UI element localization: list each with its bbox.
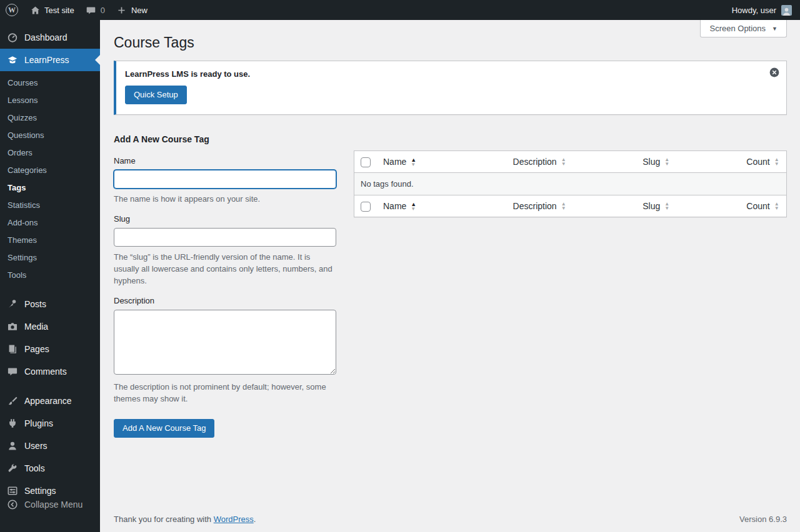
learnpress-submenu: Courses Lessons Quizzes Questions Orders…: [0, 71, 100, 293]
home-icon: [29, 4, 41, 16]
name-input[interactable]: [114, 170, 336, 189]
description-help-text: The description is not prominent by defa…: [114, 381, 336, 405]
name-label: Name: [114, 156, 336, 165]
sort-by-count-link-bottom[interactable]: Count ▲▼: [746, 200, 779, 212]
sidebar-item-dashboard[interactable]: Dashboard: [0, 26, 100, 49]
sort-by-description-link-bottom[interactable]: Description ▲▼: [513, 200, 566, 212]
sidebar-item-courses[interactable]: Courses: [0, 74, 100, 92]
sidebar-item-users[interactable]: Users: [0, 435, 100, 457]
dashboard-icon: [6, 31, 19, 44]
sort-by-slug-link-bottom[interactable]: Slug ▲▼: [642, 200, 669, 212]
sidebar-item-categories[interactable]: Categories: [0, 162, 100, 179]
sidebar-item-label: Media: [24, 322, 48, 332]
sidebar-item-label: Plugins: [24, 418, 53, 428]
sidebar-item-label: Collapse Menu: [24, 500, 82, 510]
sidebar-item-tools[interactable]: Tools: [0, 457, 100, 480]
sidebar-item-appearance[interactable]: Appearance: [0, 390, 100, 412]
sort-indicator-icon: ▲▼: [561, 157, 566, 166]
site-name-link[interactable]: Test site: [24, 0, 80, 20]
column-footer-count: Count: [746, 200, 769, 212]
add-tag-form: Add A New Course Tag Name The name is ho…: [114, 134, 336, 438]
sort-by-description-link[interactable]: Description ▲▼: [513, 155, 566, 168]
tags-table: Name ▲▼ Description ▲▼: [354, 150, 787, 217]
description-textarea[interactable]: [114, 310, 336, 375]
main-content: Screen Options ▼ Course Tags LearnPress …: [100, 20, 800, 532]
wordpress-link[interactable]: WordPress: [214, 515, 254, 524]
sidebar-item-plugins[interactable]: Plugins: [0, 412, 100, 435]
sidebar-item-label: Dashboard: [24, 32, 68, 42]
slug-input[interactable]: [114, 228, 336, 247]
sidebar-item-lp-tools[interactable]: Tools: [0, 267, 100, 284]
tags-list: Name ▲▼ Description ▲▼: [354, 150, 787, 217]
sidebar-item-tags[interactable]: Tags: [0, 179, 100, 197]
circle-arrow-left-icon: [6, 498, 19, 511]
sidebar-item-lessons[interactable]: Lessons: [0, 92, 100, 109]
sidebar-item-pages[interactable]: Pages: [0, 338, 100, 360]
pages-icon: [6, 343, 19, 355]
notice-message: LearnPress LMS is ready to use.: [125, 69, 759, 79]
sidebar-item-comments[interactable]: Comments: [0, 360, 100, 383]
learnpress-icon: [6, 54, 19, 66]
plus-icon: [116, 4, 128, 16]
collapse-menu-button[interactable]: Collapse Menu: [0, 493, 100, 516]
account-menu[interactable]: Howdy, user: [726, 0, 798, 20]
footer-thanks: Thank you for creating with WordPress.: [114, 515, 256, 524]
sort-indicator-icon: ▲▼: [664, 157, 669, 166]
new-content-link[interactable]: New: [111, 0, 153, 20]
add-tag-submit-button[interactable]: Add A New Course Tag: [114, 419, 214, 438]
column-header-description: Description: [513, 155, 557, 168]
wordpress-menu[interactable]: W: [0, 0, 24, 20]
sort-by-name-link-bottom[interactable]: Name ▲▼: [383, 200, 416, 212]
sort-indicator-icon: ▲▼: [561, 202, 566, 210]
no-tags-message: No tags found.: [354, 173, 787, 195]
site-name-label: Test site: [44, 6, 74, 15]
sort-indicator-icon: ▲▼: [774, 202, 779, 210]
learnpress-notice: LearnPress LMS is ready to use. Quick Se…: [114, 61, 787, 115]
table-footer-row: Name ▲▼ Description ▲▼: [354, 195, 787, 217]
sort-indicator-icon: ▲▼: [664, 202, 669, 210]
sidebar-item-media[interactable]: Media: [0, 315, 100, 338]
dismiss-notice-icon[interactable]: [769, 67, 780, 78]
pushpin-icon: [6, 298, 19, 310]
sort-by-slug-link[interactable]: Slug ▲▼: [642, 155, 669, 168]
sidebar-item-themes[interactable]: Themes: [0, 232, 100, 249]
comments-link[interactable]: 0: [80, 0, 111, 20]
sidebar-item-statistics[interactable]: Statistics: [0, 197, 100, 214]
chevron-down-icon: ▼: [772, 26, 778, 32]
table-header-row: Name ▲▼ Description ▲▼: [354, 151, 787, 173]
column-footer-name: Name: [383, 200, 406, 212]
sidebar-item-label: LearnPress: [24, 55, 69, 65]
sort-by-count-link[interactable]: Count ▲▼: [746, 155, 779, 168]
sidebar-item-lp-settings[interactable]: Settings: [0, 249, 100, 267]
sidebar-item-learnpress[interactable]: LearnPress: [0, 49, 100, 71]
quick-setup-button[interactable]: Quick Setup: [125, 86, 187, 104]
sidebar-item-label: Appearance: [24, 396, 72, 406]
sidebar-item-questions[interactable]: Questions: [0, 127, 100, 144]
empty-row: No tags found.: [354, 173, 787, 195]
wrench-icon: [6, 462, 19, 475]
admin-bar: W Test site 0 New Howdy, user: [0, 0, 800, 20]
sidebar-item-orders[interactable]: Orders: [0, 144, 100, 162]
column-header-slug: Slug: [642, 155, 660, 168]
sort-indicator-icon: ▲▼: [411, 157, 416, 167]
sidebar-item-addons[interactable]: Add-ons: [0, 214, 100, 232]
admin-footer: Thank you for creating with WordPress. V…: [100, 515, 800, 532]
sidebar-item-posts[interactable]: Posts: [0, 293, 100, 315]
plug-icon: [6, 417, 19, 430]
select-all-checkbox-bottom[interactable]: [361, 202, 371, 212]
footer-version: Version 6.9.3: [739, 515, 787, 524]
footer-thanks-suffix: .: [254, 515, 256, 524]
sort-by-name-link[interactable]: Name ▲▼: [383, 155, 416, 168]
slug-help-text: The “slug” is the URL-friendly version o…: [114, 251, 336, 287]
menu-separator: [0, 383, 100, 390]
name-help-text: The name is how it appears on your site.: [114, 193, 336, 205]
screen-options-label: Screen Options: [709, 24, 766, 33]
sidebar-item-label: Posts: [24, 299, 46, 309]
column-header-count: Count: [746, 155, 769, 168]
sidebar-item-label: Comments: [24, 367, 67, 377]
screen-options-button[interactable]: Screen Options ▼: [700, 20, 787, 37]
user-icon: [6, 440, 19, 452]
sidebar-item-quizzes[interactable]: Quizzes: [0, 109, 100, 127]
admin-sidebar: Dashboard LearnPress Courses Lessons Qui…: [0, 20, 100, 532]
select-all-checkbox[interactable]: [361, 157, 371, 167]
